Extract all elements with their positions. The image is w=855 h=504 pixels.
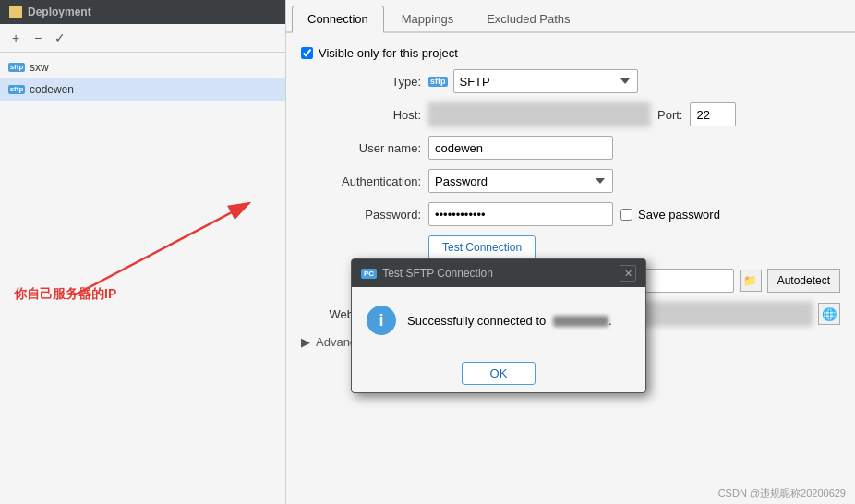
browse-button[interactable]: 📁 [740, 270, 762, 292]
globe-button[interactable]: 🌐 [818, 303, 840, 325]
autodetect-button[interactable]: Autodetect [767, 269, 840, 293]
dialog-title-left: PC Test SFTP Connection [361, 267, 493, 280]
password-row: Password: Save password [301, 202, 840, 226]
tab-mappings[interactable]: Mappings [386, 6, 469, 31]
panel-title: Deployment [28, 6, 91, 18]
dialog-titlebar: PC Test SFTP Connection ✕ [352, 259, 645, 287]
watermark: CSDN @违规昵称20200629 [718, 486, 846, 500]
toolbar: + − ✓ [0, 24, 285, 53]
password-label: Password: [301, 208, 421, 222]
visible-only-label: Visible only for this project [319, 46, 458, 60]
save-password-checkbox[interactable] [620, 209, 632, 221]
advanced-chevron-icon: ▶ [301, 335, 310, 349]
tab-excluded-paths[interactable]: Excluded Paths [471, 6, 585, 31]
port-label: Port: [657, 108, 682, 122]
annotation-text: 你自己服务器的IP [14, 286, 116, 303]
host-input[interactable] [428, 102, 650, 126]
remove-button[interactable]: − [28, 28, 48, 48]
username-label: User name: [301, 141, 421, 155]
port-input[interactable] [690, 102, 736, 126]
ok-button[interactable]: OK [462, 362, 536, 385]
tree-item-sxw-label: sxw [30, 61, 49, 74]
username-input[interactable] [428, 136, 613, 160]
tree-item-codewen[interactable]: sftp codewen [0, 78, 285, 101]
auth-label: Authentication: [301, 174, 421, 188]
dialog-title: Test SFTP Connection [382, 267, 493, 280]
auth-select[interactable]: Password Key pair OpenSSH config [428, 169, 613, 193]
auth-row: Authentication: Password Key pair OpenSS… [301, 169, 840, 193]
dialog-close-button[interactable]: ✕ [620, 265, 636, 282]
host-row: Host: Port: [301, 102, 840, 126]
test-btn-row: Test Connection [301, 235, 840, 259]
password-input[interactable] [428, 202, 613, 226]
username-row: User name: [301, 136, 840, 160]
tabs: Connection Mappings Excluded Paths [286, 0, 855, 33]
host-input-group: Port: [428, 102, 840, 126]
tree-item-codewen-label: codewen [30, 83, 74, 96]
test-connection-button[interactable]: Test Connection [428, 235, 536, 259]
folder-icon [9, 6, 22, 18]
tree-item-sxw[interactable]: sftp sxw [0, 56, 285, 78]
left-panel: Deployment + − ✓ sftp sxw sftp codewen [0, 0, 286, 504]
host-label: Host: [301, 108, 421, 122]
info-icon: i [367, 306, 396, 335]
pc-icon: PC [361, 269, 377, 279]
sftp-icon-codewen: sftp [9, 82, 24, 97]
type-sftp-badge: sftp [428, 77, 448, 87]
right-panel: Connection Mappings Excluded Paths Visib… [286, 0, 855, 504]
type-select[interactable]: SFTP FTP Local [453, 69, 638, 93]
type-row: Type: sftp SFTP FTP Local [301, 69, 840, 93]
visible-only-row: Visible only for this project [301, 46, 840, 60]
dialog-body: i Successfully connected to . [352, 287, 645, 354]
tree-list: sftp sxw sftp codewen [0, 53, 285, 504]
visible-only-checkbox[interactable] [301, 47, 313, 59]
left-panel-header: Deployment [0, 0, 285, 24]
globe-icon: 🌐 [822, 307, 837, 321]
test-connection-dialog: PC Test SFTP Connection ✕ i Successfully… [351, 258, 646, 393]
blurred-host [553, 316, 608, 327]
save-password-label: Save password [638, 208, 720, 222]
main-container: Deployment + − ✓ sftp sxw sftp codewen [0, 0, 855, 504]
confirm-button[interactable]: ✓ [50, 28, 70, 48]
save-password-row: Save password [620, 208, 720, 222]
dialog-footer: OK [352, 354, 645, 392]
tab-connection[interactable]: Connection [292, 6, 384, 33]
folder-browse-icon: 📁 [743, 274, 757, 287]
dialog-message: Successfully connected to . [407, 314, 612, 328]
sftp-icon-sxw: sftp [9, 60, 24, 75]
add-button[interactable]: + [6, 28, 26, 48]
type-label: Type: [301, 75, 421, 89]
